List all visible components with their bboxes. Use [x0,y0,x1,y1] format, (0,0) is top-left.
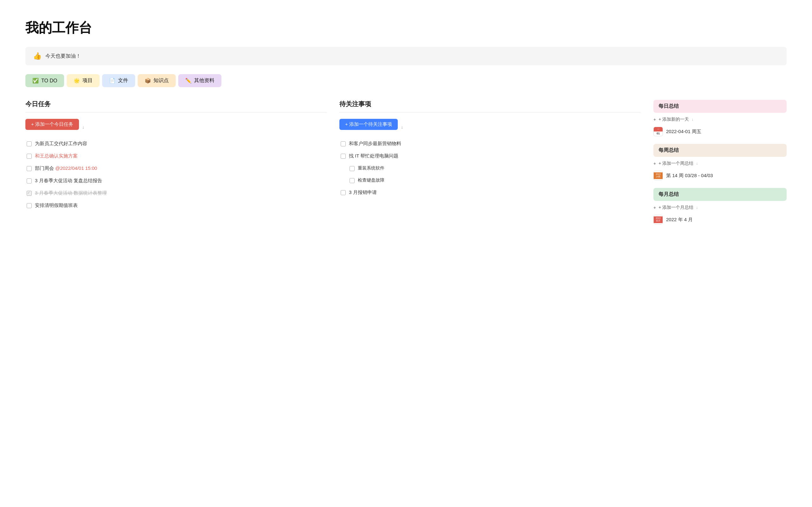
sub-task-list: 重装系统软件 检查键盘故障 [339,162,641,186]
task-text: 找 IT 帮忙处理电脑问题 [349,153,398,159]
weekly-add-label: + 添加一个周总结 [658,161,693,166]
task-text: 3 月春季大促活动 复盘总结报告 [35,178,102,184]
task-item: 3 月春季大促活动 复盘总结报告 [26,175,327,187]
monthly-add-label: + 添加一个月总结 [658,205,693,210]
task-item: 和客户同步最新营销物料 [339,137,641,150]
today-sort-icon[interactable]: ↓ [82,124,84,130]
task-checkbox[interactable] [27,203,32,208]
weekly-entry: 202214周 第 14 周 03/28 - 04/03 [653,170,786,181]
daily-summary-header: 每日总结 [653,100,786,113]
page-title: 我的工作台 [26,19,786,37]
weekly-add-arrow: ↓ [696,161,698,166]
task-item: 找 IT 帮忙处理电脑问题 [339,150,641,162]
monthly-calendar-icon: 2022四月 [653,215,663,224]
other-tab-icon: ✏️ [185,78,192,83]
task-checkbox[interactable] [27,141,32,147]
task-item: 和王总确认实施方案 [26,150,327,162]
task-item: 部门周会 @2022/04/01 15:00 [26,162,327,175]
cal-top: 2022四月 [654,216,663,223]
cal-top: 一 [654,127,663,131]
task-text: 安排清明假期值班表 [35,203,78,209]
daily-entry: 一 01 2022-04-01 周五 [653,125,786,137]
daily-add-label: + 添加新的一天 [658,117,689,122]
pending-tasks-column: 待关注事项 + 添加一个待关注事项 ↓ 和客户同步最新营销物料 找 IT 帮忙处… [339,100,641,199]
weekly-add-row[interactable]: + + 添加一个周总结 ↓ [653,161,786,166]
motivation-emoji: 👍 [33,52,42,60]
todo-tab-label: TO DO [41,78,57,83]
motivation-text: 今天也要加油！ [45,53,81,60]
task-text: 部门周会 @2022/04/01 15:00 [35,165,97,171]
file-tab-label: 文件 [118,77,128,84]
project-tab-label: 项目 [83,77,93,84]
pending-tasks-header: 待关注事项 [339,100,641,112]
task-item-completed: 3 月春季大促活动 数据统计表整理 [26,187,327,199]
task-checkbox[interactable] [341,141,346,147]
monthly-add-icon: + [653,205,656,210]
sub-task-item: 检查键盘故障 [348,174,641,186]
add-pending-task-button[interactable]: + 添加一个待关注事项 [339,119,398,130]
pending-sort-icon[interactable]: ↓ [401,124,403,130]
task-text-completed: 3 月春季大促活动 数据统计表整理 [35,190,107,196]
tab-todo[interactable]: ✅ TO DO [26,74,64,87]
task-checkbox[interactable] [341,154,346,159]
weekly-entry-text: 第 14 周 03/28 - 04/03 [666,173,713,179]
daily-add-arrow: ↓ [692,117,693,122]
file-tab-icon: 📄 [109,78,115,83]
tab-project[interactable]: 🌟 项目 [67,74,100,87]
monthly-summary-header: 每月总结 [653,188,786,201]
daily-entry-text: 2022-04-01 周五 [666,129,701,135]
monthly-entry: 2022四月 2022 年 4 月 [653,214,786,226]
monthly-add-row[interactable]: + + 添加一个月总结 ↓ [653,205,786,210]
main-content: 今日任务 + 添加一个今日任务 ↓ 为新员工交代好工作内容 和王总确认实施方案 … [26,100,786,232]
task-item: 为新员工交代好工作内容 [26,137,327,150]
task-item: 安排清明假期值班表 [26,199,327,212]
tab-file[interactable]: 📄 文件 [102,74,135,87]
task-item: 3 月报销申请 [339,186,641,199]
task-checkbox[interactable] [350,178,355,183]
today-tasks-column: 今日任务 + 添加一个今日任务 ↓ 为新员工交代好工作内容 和王总确认实施方案 … [26,100,327,212]
pending-add-row: + 添加一个待关注事项 ↓ [339,119,641,135]
task-checkbox[interactable] [27,154,32,159]
weekly-summary-section: 每周总结 + + 添加一个周总结 ↓ 202214周 第 14 周 03/28 … [653,144,786,181]
task-text-red: 和王总确认实施方案 [35,153,78,159]
tab-bar: ✅ TO DO 🌟 项目 📄 文件 📦 知识点 ✏️ 其他资料 [26,74,786,87]
task-text: 为新员工交代好工作内容 [35,141,87,147]
task-checkbox-completed[interactable] [27,191,32,196]
todo-tab-icon: ✅ [32,78,39,83]
tab-knowledge[interactable]: 📦 知识点 [138,74,176,87]
task-text: 和客户同步最新营销物料 [349,141,401,147]
weekly-calendar-icon: 202214周 [653,171,663,180]
today-task-list: 为新员工交代好工作内容 和王总确认实施方案 部门周会 @2022/04/01 1… [26,137,327,212]
sub-task-item: 重装系统软件 [348,162,641,174]
cal-bottom: 01 [656,131,660,136]
cal-top: 202214周 [654,172,663,179]
task-text: 检查键盘故障 [358,177,385,183]
today-add-row: + 添加一个今日任务 ↓ [26,119,327,135]
other-tab-label: 其他资料 [194,77,214,84]
daily-add-icon: + [653,117,656,122]
task-checkbox[interactable] [350,166,355,171]
pending-task-list: 和客户同步最新营销物料 找 IT 帮忙处理电脑问题 重装系统软件 检查键盘故障 … [339,137,641,199]
date-mention: @2022/04/01 15:00 [55,165,97,171]
add-today-task-button[interactable]: + 添加一个今日任务 [26,119,79,130]
daily-summary-section: 每日总结 + + 添加新的一天 ↓ 一 01 2022-04-01 周五 [653,100,786,137]
knowledge-tab-icon: 📦 [145,78,151,83]
motivation-banner: 👍 今天也要加油！ [26,47,786,65]
task-checkbox[interactable] [27,178,32,183]
daily-add-row[interactable]: + + 添加新的一天 ↓ [653,117,786,122]
daily-calendar-icon: 一 01 [653,127,663,136]
project-tab-icon: 🌟 [73,78,80,83]
today-tasks-header: 今日任务 [26,100,327,112]
knowledge-tab-label: 知识点 [154,77,169,84]
monthly-summary-section: 每月总结 + + 添加一个月总结 ↓ 2022四月 2022 年 4 月 [653,188,786,226]
task-text: 3 月报销申请 [349,189,377,195]
task-checkbox[interactable] [27,166,32,171]
task-checkbox[interactable] [341,190,346,195]
monthly-entry-text: 2022 年 4 月 [666,217,693,223]
tab-other[interactable]: ✏️ 其他资料 [178,74,221,87]
monthly-add-arrow: ↓ [696,205,698,210]
weekly-summary-header: 每周总结 [653,144,786,157]
weekly-add-icon: + [653,161,656,166]
task-text: 重装系统软件 [358,165,385,171]
summary-column: 每日总结 + + 添加新的一天 ↓ 一 01 2022-04-01 周五 每周总… [653,100,786,232]
